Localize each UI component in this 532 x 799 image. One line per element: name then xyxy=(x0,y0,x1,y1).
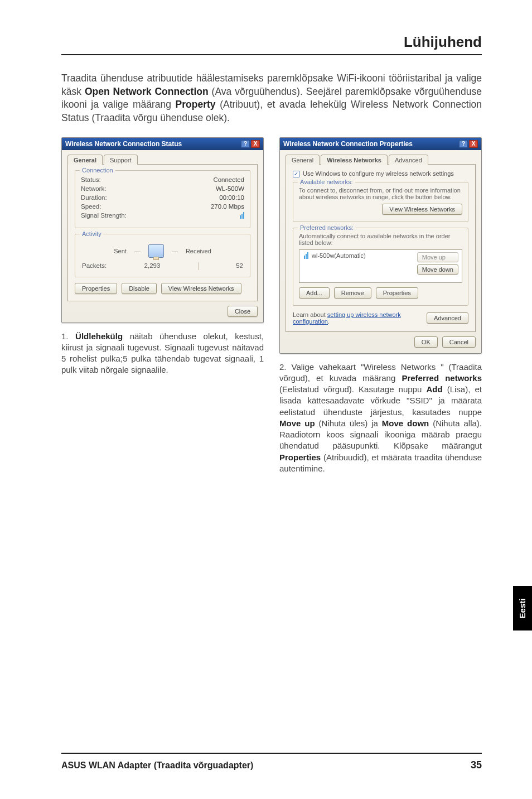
duration-value: 00:00:10 xyxy=(219,194,244,201)
close-button[interactable]: Close xyxy=(228,306,258,317)
footer-title: ASUS WLAN Adapter (Traadita võrguadapter… xyxy=(61,761,253,771)
sent-label: Sent xyxy=(114,248,127,254)
received-label: Received xyxy=(186,248,211,254)
tab-general[interactable]: General xyxy=(67,155,103,165)
preferred-networks-legend: Preferred networks: xyxy=(298,224,356,231)
cancel-button[interactable]: Cancel xyxy=(442,336,476,348)
preferred-networks-group: Preferred networks: Automatically connec… xyxy=(293,228,468,306)
connection-status-titlebar: Wireless Network Connection Status ? X xyxy=(62,138,263,150)
close-icon[interactable]: X xyxy=(251,140,260,148)
caption-2-c: (Eelistatud võrgud). Kasutage nuppu xyxy=(279,384,426,394)
connection-group: Connection Status:Connected Network:WL-5… xyxy=(75,170,250,228)
divider xyxy=(198,262,199,270)
activity-group: Activity Sent — — Received Packets: 2,29… xyxy=(75,234,250,277)
speed-value: 270.0 Mbps xyxy=(211,203,244,210)
tab-support[interactable]: Support xyxy=(104,155,138,165)
move-up-button[interactable]: Move up xyxy=(417,252,458,262)
ok-button[interactable]: OK xyxy=(414,336,438,348)
available-networks-legend: Available networks: xyxy=(298,179,355,185)
tab-wireless-networks[interactable]: Wireless Networks xyxy=(321,155,388,165)
caption-1: 1. Üldlehekülg näitab ühenduse olekut, k… xyxy=(61,331,264,376)
packets-label: Packets: xyxy=(82,262,107,270)
connection-properties-titlebar: Wireless Network Connection Properties ?… xyxy=(280,138,481,150)
network-value: WL-500W xyxy=(216,185,244,192)
help-icon[interactable]: ? xyxy=(459,140,468,148)
advanced-button[interactable]: Advanced xyxy=(427,312,468,324)
connection-properties-dialog: Wireless Network Connection Properties ?… xyxy=(279,137,482,354)
use-windows-checkbox[interactable]: ✓ Use Windows to configure my wireless n… xyxy=(293,170,468,177)
intro-paragraph: Traadita ühenduse atribuutide häälestami… xyxy=(61,72,482,125)
header-rule xyxy=(61,54,482,55)
caption-1-bold: Üldlehekülg xyxy=(75,331,123,341)
available-networks-group: Available networks: To connect to, disco… xyxy=(293,182,468,222)
learn-suffix: . xyxy=(328,318,330,325)
view-wireless-networks-button[interactable]: View Wireless Networks xyxy=(382,204,462,215)
caption-2-b4: Move down xyxy=(382,418,429,428)
properties-button[interactable]: Properties xyxy=(75,283,117,294)
network-label: Network: xyxy=(81,185,106,192)
caption-2-number: 2. xyxy=(279,362,292,372)
caption-2-b3: Move up xyxy=(279,418,315,428)
intro-bold-open-network: Open Network Connection xyxy=(85,86,209,97)
dash-icon: — xyxy=(172,248,178,254)
caption-2-b2: Add xyxy=(426,384,442,394)
view-wireless-networks-button[interactable]: View Wireless Networks xyxy=(161,283,241,294)
dash-icon: — xyxy=(134,248,141,254)
activity-legend: Activity xyxy=(80,230,104,237)
signal-label: Signal Strength: xyxy=(81,212,127,220)
connection-status-dialog: Wireless Network Connection Status ? X G… xyxy=(61,137,264,323)
sent-value: 2,293 xyxy=(144,262,161,270)
page-title: Lühijuhend xyxy=(61,33,482,51)
disable-button[interactable]: Disable xyxy=(122,283,157,294)
connection-status-title: Wireless Network Connection Status xyxy=(65,140,182,148)
preferred-networks-list[interactable]: wl-500w(Automatic) Move up Move down xyxy=(299,249,462,283)
caption-2: 2. Valige vahekaart "Wireless Networks "… xyxy=(279,362,482,475)
duration-label: Duration: xyxy=(81,194,107,201)
network-entry-label: wl-500w(Automatic) xyxy=(312,252,366,259)
caption-2-b1: Preferred networks xyxy=(402,373,482,383)
remove-button[interactable]: Remove xyxy=(334,287,371,299)
properties-button[interactable]: Properties xyxy=(376,287,418,299)
connection-legend: Connection xyxy=(80,167,115,174)
help-icon[interactable]: ? xyxy=(241,140,250,148)
add-button[interactable]: Add... xyxy=(299,287,330,299)
signal-tower-icon xyxy=(303,252,308,259)
page-number: 35 xyxy=(471,759,482,771)
signal-bars-icon xyxy=(239,212,244,220)
caption-1-number: 1. xyxy=(61,331,75,341)
learn-prefix: Learn about xyxy=(293,311,327,318)
intro-bold-property: Property xyxy=(176,99,216,110)
preferred-networks-desc: Automatically connect to available netwo… xyxy=(299,233,462,246)
checkbox-icon: ✓ xyxy=(293,171,299,177)
computer-icon xyxy=(148,244,164,258)
connection-properties-title: Wireless Network Connection Properties xyxy=(283,140,413,148)
caption-2-b5: Properties xyxy=(279,453,321,462)
tab-advanced[interactable]: Advanced xyxy=(389,155,428,165)
language-label: Eesti xyxy=(518,598,528,618)
move-down-button[interactable]: Move down xyxy=(417,264,458,275)
status-value: Connected xyxy=(213,176,244,183)
received-value: 52 xyxy=(236,262,243,270)
close-icon[interactable]: X xyxy=(469,140,478,148)
status-label: Status: xyxy=(81,176,101,183)
caption-2-e: (Nihuta üles) ja xyxy=(315,418,382,428)
footer-rule xyxy=(61,753,482,754)
list-item[interactable]: wl-500w(Automatic) xyxy=(303,252,366,259)
tab-general[interactable]: General xyxy=(286,155,320,165)
speed-label: Speed: xyxy=(81,203,101,210)
language-side-tab: Eesti xyxy=(513,586,532,630)
available-networks-desc: To connect to, disconnect from, or find … xyxy=(299,187,462,200)
learn-text: Learn about setting up wireless network … xyxy=(293,311,427,325)
use-windows-label: Use Windows to configure my wireless net… xyxy=(303,170,454,177)
